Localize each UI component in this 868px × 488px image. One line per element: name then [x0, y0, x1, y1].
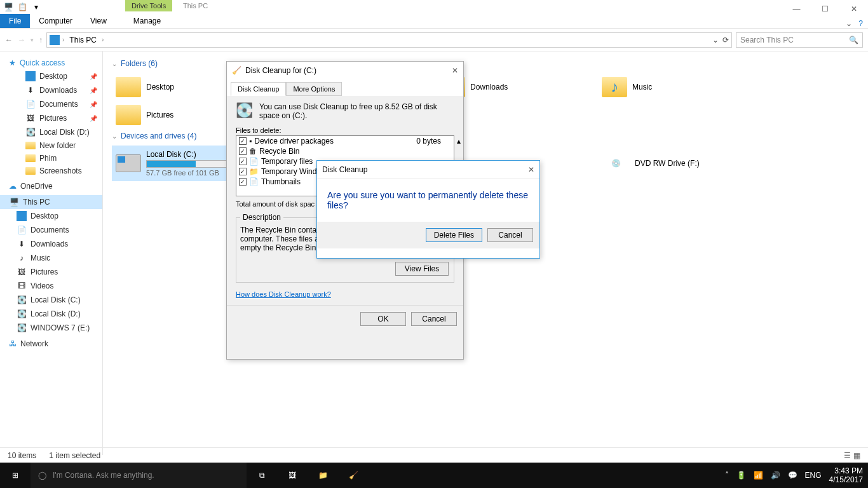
- address-bar[interactable]: › This PC › ⌄ ⟳: [46, 32, 732, 48]
- checkbox[interactable]: ✓: [239, 158, 247, 165]
- volume-icon[interactable]: 🔊: [771, 471, 780, 480]
- chevron-right-icon[interactable]: ›: [62, 36, 64, 43]
- sidebar-item-screenshots[interactable]: Screenshots: [9, 165, 102, 177]
- close-icon[interactable]: ✕: [528, 165, 534, 174]
- tab-more-options[interactable]: More Options: [286, 82, 342, 96]
- dialog-titlebar[interactable]: Disk Cleanup ✕: [317, 161, 539, 179]
- tab-view[interactable]: View: [81, 14, 116, 28]
- sidebar-item-localdisk-c[interactable]: 💽Local Disk (C:): [0, 293, 102, 307]
- downloads-icon: ⬇: [17, 239, 27, 249]
- view-files-button[interactable]: View Files: [395, 262, 449, 276]
- dvd-icon: 💿: [602, 149, 630, 177]
- ribbon-expand-icon[interactable]: ⌄: [846, 19, 852, 28]
- sidebar-quick-access[interactable]: ★Quick access: [9, 57, 102, 69]
- close-button[interactable]: ✕: [839, 0, 868, 18]
- clock[interactable]: 3:43 PM 4/15/2017: [829, 466, 863, 485]
- sidebar-item-downloads[interactable]: ⬇Downloads📌: [9, 83, 102, 97]
- checkbox[interactable]: ✓: [239, 147, 247, 155]
- sidebar-item-windows7-e[interactable]: 💽WINDOWS 7 (E:): [0, 321, 102, 335]
- tab-file[interactable]: File: [0, 14, 30, 28]
- cancel-button[interactable]: Cancel: [411, 312, 457, 326]
- nav-arrows: ← → ▾ ↑: [5, 36, 43, 44]
- taskbar-app[interactable]: 🖼: [277, 463, 308, 488]
- folders-header[interactable]: ⌄Folders (6): [112, 59, 859, 68]
- desktop-icon: [25, 71, 36, 81]
- cortana-search[interactable]: ◯ I'm Cortana. Ask me anything.: [31, 463, 247, 488]
- wifi-icon[interactable]: 📶: [754, 471, 763, 480]
- drive-icon: 💽: [17, 323, 27, 333]
- sidebar-item-phim[interactable]: Phim: [9, 152, 102, 165]
- quick-access-toolbar: 🖥️ 📋 ▾: [0, 0, 42, 14]
- sidebar-item-videos[interactable]: 🎞Videos: [0, 279, 102, 293]
- drive-item-dvd-f[interactable]: 💿 DVD RW Drive (F:): [598, 146, 760, 181]
- tray-expand-icon[interactable]: ˄: [725, 471, 729, 480]
- sidebar-item-pictures[interactable]: 🖼Pictures📌: [9, 111, 102, 125]
- pin-icon: 📌: [90, 115, 97, 122]
- sidebar-item-documents[interactable]: 📄Documents📌: [9, 97, 102, 111]
- action-center-icon[interactable]: 💬: [788, 471, 797, 480]
- tiles-view-icon[interactable]: ▦: [853, 451, 860, 460]
- folder-icon: [116, 77, 141, 97]
- tab-manage[interactable]: Manage: [125, 14, 170, 28]
- sidebar-item-desktop[interactable]: Desktop📌: [9, 69, 102, 83]
- battery-icon[interactable]: 🔋: [736, 471, 746, 480]
- drive-icon: 💽: [25, 127, 36, 137]
- up-button[interactable]: ↑: [39, 36, 43, 44]
- close-icon[interactable]: ✕: [452, 66, 458, 75]
- cancel-button[interactable]: Cancel: [487, 228, 533, 242]
- tab-computer[interactable]: Computer: [30, 14, 81, 28]
- recent-dropdown[interactable]: ▾: [31, 37, 34, 43]
- sidebar-item-downloads[interactable]: ⬇Downloads: [0, 237, 102, 251]
- back-button[interactable]: ←: [5, 36, 13, 44]
- taskbar-explorer[interactable]: 📁: [308, 463, 338, 488]
- address-dropdown-icon[interactable]: ⌄: [712, 36, 719, 44]
- star-icon: ★: [9, 58, 16, 67]
- forward-button[interactable]: →: [18, 36, 25, 44]
- sidebar-network[interactable]: 🖧Network: [9, 337, 102, 350]
- sidebar-item-localdisk-d[interactable]: 💽Local Disk (D:): [0, 307, 102, 321]
- checkbox[interactable]: ✓: [239, 168, 247, 175]
- sidebar-item-localdisk-d[interactable]: 💽Local Disk (D:): [9, 125, 102, 139]
- delete-files-button[interactable]: Delete Files: [426, 228, 482, 242]
- drives-header[interactable]: ⌄Devices and drives (4): [112, 132, 859, 140]
- documents-icon: 📄: [17, 225, 27, 235]
- ok-button[interactable]: OK: [360, 312, 406, 326]
- folder-icon: [25, 154, 36, 162]
- details-view-icon[interactable]: ☰: [844, 451, 851, 460]
- search-input[interactable]: Search This PC 🔍: [736, 32, 863, 48]
- qat-dropdown-icon[interactable]: ▾: [31, 1, 42, 13]
- sidebar-item-pictures[interactable]: 🖼Pictures: [0, 265, 102, 279]
- window-title: This PC: [177, 0, 214, 11]
- sidebar-item-music[interactable]: ♪Music: [0, 251, 102, 265]
- minimize-button[interactable]: —: [782, 0, 811, 18]
- maximize-button[interactable]: ☐: [811, 0, 839, 18]
- checkbox[interactable]: ✓: [239, 137, 247, 145]
- help-icon[interactable]: ?: [858, 19, 863, 28]
- sidebar-item-desktop[interactable]: Desktop: [0, 209, 102, 223]
- sidebar-this-pc[interactable]: 🖥️This PC: [0, 195, 102, 209]
- properties-icon[interactable]: 📋: [17, 1, 28, 13]
- folder-item-music[interactable]: ♪Music: [598, 73, 760, 101]
- start-button[interactable]: ⊞: [0, 463, 31, 488]
- dialog-titlebar[interactable]: 🧹 Disk Cleanup for (C:) ✕: [227, 62, 463, 79]
- chevron-right-icon[interactable]: ›: [102, 36, 104, 43]
- description-header: Description: [240, 213, 283, 222]
- location-icon: [50, 35, 60, 45]
- folder-icon: [25, 167, 36, 175]
- checkbox[interactable]: ✓: [239, 178, 247, 186]
- breadcrumb-segment[interactable]: This PC: [67, 36, 99, 44]
- tab-disk-cleanup[interactable]: Disk Cleanup: [231, 82, 286, 96]
- downloads-icon: ⬇: [25, 85, 36, 95]
- language-indicator[interactable]: ENG: [805, 471, 822, 480]
- cortana-icon: ◯: [38, 471, 46, 480]
- sidebar-item-newfolder[interactable]: New folder: [9, 139, 102, 152]
- chevron-down-icon: ⌄: [112, 60, 117, 67]
- status-bar: 10 items 1 item selected ☰ ▦: [0, 447, 868, 463]
- sidebar-onedrive[interactable]: ☁OneDrive: [9, 180, 102, 193]
- refresh-icon[interactable]: ⟳: [722, 36, 729, 44]
- sidebar-item-documents[interactable]: 📄Documents: [0, 223, 102, 237]
- taskbar-diskcleanup[interactable]: 🧹: [338, 463, 369, 488]
- help-link[interactable]: How does Disk Cleanup work?: [236, 290, 331, 298]
- task-view-button[interactable]: ⧉: [247, 463, 277, 488]
- files-label: Files to delete:: [236, 126, 454, 134]
